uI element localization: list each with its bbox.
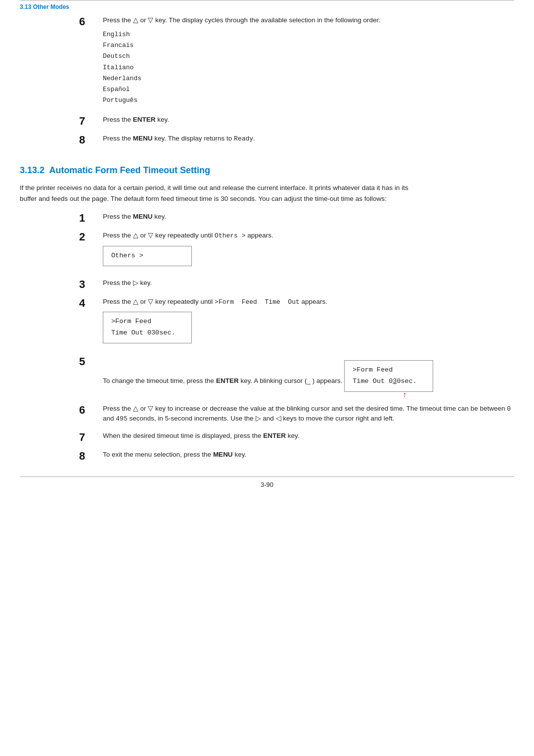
part2-step-8: 8 To exit the menu selection, press the … bbox=[79, 450, 514, 462]
section-heading: 3.13.2 Automatic Form Feed Timeout Setti… bbox=[20, 160, 514, 176]
step-7: 7 Press the ENTER key. bbox=[79, 115, 514, 127]
part2-step-4-number: 4 bbox=[79, 298, 97, 309]
cursor-indicator: ↑ bbox=[402, 389, 406, 401]
part2-step-7-text: When the desired timeout time is display… bbox=[103, 431, 514, 441]
page-number: 3-90 bbox=[0, 477, 534, 492]
step-6: 6 Press the △ or ▽ key. The display cycl… bbox=[79, 15, 514, 108]
section-3-13-2: 3.13.2 Automatic Form Feed Timeout Setti… bbox=[20, 160, 514, 204]
part2-steps: 1 Press the MENU key. 2 Press the △ or ▽… bbox=[79, 212, 514, 462]
step-6-number: 6 bbox=[79, 16, 97, 27]
part2-step-3: 3 Press the ▷ key. bbox=[79, 278, 514, 290]
step-8-number: 8 bbox=[79, 135, 97, 145]
part2-step-6-text: Press the △ or ▽ key to increase or decr… bbox=[103, 404, 514, 424]
part2-step-2-text: Press the △ or ▽ key repeatedly until Ot… bbox=[103, 231, 514, 271]
part2-step-6-number: 6 bbox=[79, 405, 97, 416]
part2-step-5-number: 5 bbox=[79, 356, 97, 367]
part2-step-1-text: Press the MENU key. bbox=[103, 212, 514, 222]
part2-step-1: 1 Press the MENU key. bbox=[79, 212, 514, 224]
section-label: 3.13 Other Modes bbox=[0, 0, 534, 10]
part2-step-7: 7 When the desired timeout time is displ… bbox=[79, 431, 514, 443]
step-6-text: Press the △ or ▽ key. The display cycles… bbox=[103, 15, 514, 108]
part2-step-5-text: To change the timeout time, press the EN… bbox=[103, 355, 514, 397]
lcd-form-feed-1: >Form Feed Time Out 030sec. bbox=[103, 312, 192, 343]
part2-step-8-number: 8 bbox=[79, 451, 97, 462]
part2-step-1-number: 1 bbox=[79, 213, 97, 224]
lcd-form-feed-2: >Form Feed Time Out 030sec. bbox=[344, 360, 433, 392]
part2-step-6: 6 Press the △ or ▽ key to increase or de… bbox=[79, 404, 514, 424]
step-7-text: Press the ENTER key. bbox=[103, 115, 514, 125]
part2-step-2-number: 2 bbox=[79, 232, 97, 242]
part2-step-8-text: To exit the menu selection, press the ME… bbox=[103, 450, 514, 460]
page-content: 6 Press the △ or ▽ key. The display cycl… bbox=[0, 15, 534, 462]
language-list: English Francais Deutsch Italiano Nederl… bbox=[103, 29, 514, 106]
section-intro: If the printer receives no data for a ce… bbox=[20, 183, 425, 204]
part2-step-3-number: 3 bbox=[79, 279, 97, 290]
part1-steps: 6 Press the △ or ▽ key. The display cycl… bbox=[79, 15, 514, 145]
part2-step-4-text: Press the △ or ▽ key repeatedly until >F… bbox=[103, 297, 514, 348]
part2-step-5: 5 To change the timeout time, press the … bbox=[79, 355, 514, 397]
lcd-others: Others > bbox=[103, 246, 192, 266]
part2-step-4: 4 Press the △ or ▽ key repeatedly until … bbox=[79, 297, 514, 348]
step-8: 8 Press the MENU key. The display return… bbox=[79, 134, 514, 145]
part2-step-3-text: Press the ▷ key. bbox=[103, 278, 514, 288]
step-7-number: 7 bbox=[79, 116, 97, 127]
part2-step-2: 2 Press the △ or ▽ key repeatedly until … bbox=[79, 231, 514, 271]
step-8-text: Press the MENU key. The display returns … bbox=[103, 134, 514, 144]
part2-step-7-number: 7 bbox=[79, 432, 97, 443]
